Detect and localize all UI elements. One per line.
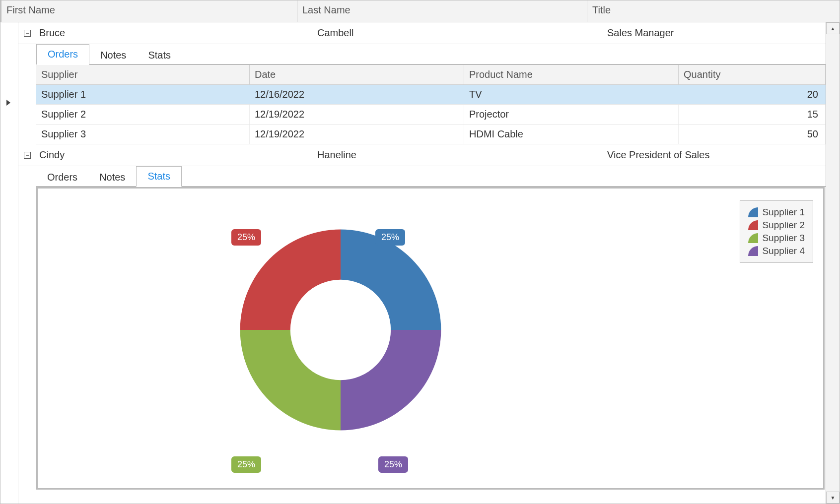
orders-header-supplier[interactable]: Supplier (36, 65, 250, 84)
expand-toggle[interactable]: − (18, 152, 36, 159)
orders-grid: Supplier Date Product Name Quantity Supp… (36, 65, 826, 144)
cell-title[interactable]: Vice President of Sales (604, 145, 826, 165)
data-grid: First Name Last Name Title − Bruce Cambe… (0, 0, 840, 504)
chart-legend: Supplier 1 Supplier 2 Supplier 3 (740, 200, 813, 263)
cell-last-name[interactable]: Cambell (314, 23, 604, 43)
column-header-row: First Name Last Name Title (0, 0, 840, 22)
tab-stats[interactable]: Stats (136, 166, 182, 187)
slice-label-supplier-1: 25% (375, 229, 405, 246)
orders-header-date[interactable]: Date (250, 65, 464, 84)
legend-item-supplier-1[interactable]: Supplier 1 (748, 206, 805, 219)
column-header-title[interactable]: Title (587, 0, 840, 22)
column-header-first-name[interactable]: First Name (1, 0, 297, 22)
tab-orders[interactable]: Orders (36, 168, 88, 187)
donut-svg (226, 216, 455, 444)
detail-panel: Orders Notes Stats (18, 166, 826, 490)
row-indicator-column (0, 22, 18, 504)
orders-cell-quantity[interactable]: 15 (679, 105, 826, 124)
minus-icon: − (24, 30, 31, 37)
legend-swatch-icon (748, 220, 758, 230)
orders-column-header-row: Supplier Date Product Name Quantity (36, 65, 826, 85)
legend-label: Supplier 4 (762, 246, 805, 256)
legend-swatch-icon (748, 246, 758, 256)
orders-cell-product-name[interactable]: Projector (464, 105, 679, 124)
donut-chart: 25% 25% 25% 25% Supplier 1 Supplier 2 (38, 189, 823, 488)
grid-body: − Bruce Cambell Sales Manager Orders Not… (18, 22, 826, 504)
orders-cell-supplier[interactable]: Supplier 2 (36, 105, 250, 124)
slice-label-supplier-2: 25% (231, 229, 261, 246)
cell-last-name[interactable]: Haneline (314, 145, 604, 165)
legend-swatch-icon (748, 207, 758, 217)
orders-cell-supplier[interactable]: Supplier 3 (36, 125, 250, 144)
detail-tabs: Orders Notes Stats (36, 44, 826, 65)
donut-wrap (226, 216, 455, 444)
slice-label-supplier-3: 25% (231, 456, 261, 473)
orders-cell-date[interactable]: 12/19/2022 (250, 105, 464, 124)
orders-cell-quantity[interactable]: 50 (679, 125, 826, 144)
orders-header-quantity[interactable]: Quantity (679, 65, 826, 84)
legend-label: Supplier 3 (762, 233, 805, 244)
tab-stats[interactable]: Stats (137, 46, 182, 65)
cell-first-name[interactable]: Bruce (36, 23, 314, 43)
donut-slice-supplier-4[interactable] (341, 330, 441, 430)
orders-header-product-name[interactable]: Product Name (464, 65, 679, 84)
orders-row[interactable]: Supplier 2 12/19/2022 Projector 15 (36, 105, 826, 125)
cell-title[interactable]: Sales Manager (604, 23, 826, 43)
donut-slice-supplier-3[interactable] (240, 330, 341, 430)
triangle-down-icon: ▼ (831, 495, 836, 501)
vertical-scrollbar[interactable]: ▲ ▼ (826, 22, 840, 504)
scroll-down-button[interactable]: ▼ (826, 492, 840, 504)
legend-label: Supplier 2 (762, 220, 805, 231)
triangle-up-icon: ▲ (831, 26, 836, 31)
orders-row[interactable]: Supplier 1 12/16/2022 TV 20 (36, 85, 826, 105)
orders-cell-quantity[interactable]: 20 (679, 85, 826, 104)
current-row-indicator-icon (6, 100, 10, 106)
legend-swatch-icon (748, 233, 758, 243)
tab-notes[interactable]: Notes (89, 46, 137, 65)
legend-item-supplier-3[interactable]: Supplier 3 (748, 232, 805, 245)
stats-panel: 25% 25% 25% 25% Supplier 1 Supplier 2 (36, 187, 825, 490)
legend-item-supplier-2[interactable]: Supplier 2 (748, 219, 805, 232)
minus-icon: − (24, 152, 31, 159)
legend-label: Supplier 1 (762, 207, 805, 218)
scroll-up-button[interactable]: ▲ (826, 22, 840, 34)
orders-cell-date[interactable]: 12/19/2022 (250, 125, 464, 144)
expand-toggle[interactable]: − (18, 30, 36, 37)
slice-label-supplier-4: 25% (378, 456, 408, 473)
column-header-last-name[interactable]: Last Name (297, 0, 587, 22)
orders-cell-product-name[interactable]: HDMI Cable (464, 125, 679, 144)
orders-cell-product-name[interactable]: TV (464, 85, 679, 104)
orders-cell-supplier[interactable]: Supplier 1 (36, 85, 250, 104)
detail-tabs: Orders Notes Stats (36, 166, 826, 187)
legend-item-supplier-4[interactable]: Supplier 4 (748, 245, 805, 257)
cell-first-name[interactable]: Cindy (36, 145, 314, 165)
tab-notes[interactable]: Notes (88, 168, 136, 187)
detail-panel: Orders Notes Stats Supplier Date Product… (18, 44, 826, 144)
orders-cell-date[interactable]: 12/16/2022 (250, 85, 464, 104)
tab-orders[interactable]: Orders (36, 44, 89, 65)
master-row[interactable]: − Cindy Haneline Vice President of Sales (18, 144, 826, 166)
orders-row[interactable]: Supplier 3 12/19/2022 HDMI Cable 50 (36, 125, 826, 144)
master-row[interactable]: − Bruce Cambell Sales Manager (18, 22, 826, 44)
